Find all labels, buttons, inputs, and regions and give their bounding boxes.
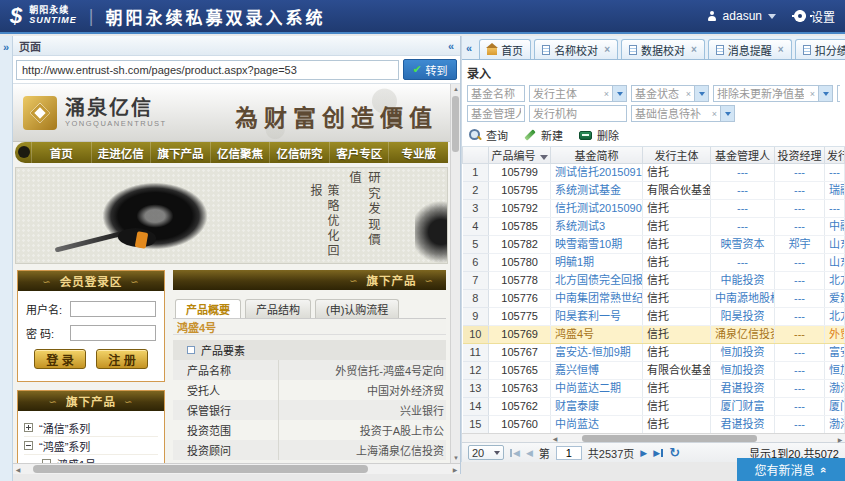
fund-manager-cell[interactable]: ---	[711, 254, 775, 272]
scrollbar-thumb[interactable]	[452, 96, 459, 152]
column-header[interactable]: 发行主体	[643, 147, 711, 164]
fund-name-cell[interactable]: 测试信托20150910	[551, 164, 643, 182]
table-row[interactable]: 14 105762 财富泰康 信托 厦门财富 --- 厦门	[463, 398, 845, 416]
fund-manager-cell[interactable]: ---	[711, 200, 775, 218]
fund-manager-cell[interactable]: 阳昊投资	[711, 308, 775, 326]
investment-manager-cell[interactable]: ---	[775, 308, 825, 326]
issuing-org-cell[interactable]: 厦门	[825, 398, 845, 416]
fund-manager-cell[interactable]: ---	[711, 164, 775, 182]
clear-field-icon[interactable]: ×	[601, 86, 612, 101]
collapse-left-panel-icon[interactable]: «	[448, 40, 454, 52]
fund-manager-cell[interactable]: 中南源地股权投资	[711, 290, 775, 308]
refresh-grid-icon[interactable]: ↻	[669, 446, 680, 459]
scrollbar-thumb[interactable]	[33, 465, 368, 473]
column-header[interactable]: 基金简称	[551, 147, 643, 164]
investment-manager-cell[interactable]: 郑宇	[775, 236, 825, 254]
investment-manager-cell[interactable]: ---	[775, 362, 825, 380]
issuing-org-cell[interactable]: ---	[825, 164, 845, 182]
next-page-button[interactable]: ▶	[640, 448, 647, 458]
fund-manager-cell[interactable]: 厦门财富	[711, 398, 775, 416]
filter-input[interactable]	[838, 86, 840, 101]
issuing-org-cell[interactable]: 山东	[825, 236, 845, 254]
fund-name-cell[interactable]: 富安达-恒加9期	[551, 344, 643, 362]
investment-manager-cell[interactable]: ---	[775, 326, 825, 344]
investment-manager-cell[interactable]: ---	[775, 218, 825, 236]
fund-name-cell[interactable]: 明毓1期	[551, 254, 643, 272]
workspace-tab[interactable]: 名称校对 ×	[534, 39, 618, 59]
go-button[interactable]: ✔ 转到	[403, 59, 457, 80]
filter-input[interactable]	[714, 86, 807, 101]
table-row[interactable]: 12 105765 嘉兴恒愽 有限合伙基金 恒加投资 --- 恒加	[463, 362, 845, 380]
investment-manager-cell[interactable]: ---	[775, 200, 825, 218]
scroll-right-icon[interactable]: ▶	[835, 434, 845, 444]
prev-page-button[interactable]: ◀	[526, 448, 533, 458]
table-row[interactable]: 1 105799 测试信托20150910 信托 --- --- ---	[463, 164, 845, 182]
fund-name-cell[interactable]: 系统测试3	[551, 218, 643, 236]
workspace-tab[interactable]: 数据校对 ×	[621, 39, 705, 59]
table-row[interactable]: 11 105767 富安达-恒加9期 信托 恒加投资 --- 富安	[463, 344, 845, 362]
scroll-left-icon[interactable]: ◀	[13, 464, 23, 474]
site-nav-item[interactable]: 首页	[31, 142, 91, 163]
product-tree-item[interactable]: “涌信”系列	[24, 419, 158, 437]
issuing-org-cell[interactable]: 北方	[825, 272, 845, 290]
fund-manager-cell[interactable]: 中能投资	[711, 272, 775, 290]
investment-manager-cell[interactable]: ---	[775, 254, 825, 272]
issuing-org-cell[interactable]: 渤海	[825, 380, 845, 398]
filter-input[interactable]	[632, 106, 709, 121]
clear-field-icon[interactable]: ×	[709, 106, 720, 121]
table-row[interactable]: 13 105763 中尚蓝达二期 信托 君谌投资 --- 渤海	[463, 380, 845, 398]
table-row[interactable]: 3 105792 信托测试20150909 信托 --- --- ---	[463, 200, 845, 218]
site-nav-item[interactable]: 亿信聚焦	[210, 142, 270, 163]
product-tree-item[interactable]: 鸿盛1号	[24, 455, 158, 463]
investment-manager-cell[interactable]: ---	[775, 380, 825, 398]
expand-west-icon[interactable]: »	[3, 41, 9, 53]
grid-horizontal-scrollbar[interactable]: ◀ ▶	[462, 433, 845, 442]
product-tab[interactable]: 产品结构	[245, 299, 311, 318]
clear-field-icon[interactable]: ×	[683, 86, 694, 101]
fund-manager-cell[interactable]: 恒加投资	[711, 362, 775, 380]
fund-manager-cell[interactable]: 映雪资本	[711, 236, 775, 254]
issuing-org-cell[interactable]: 外贸	[825, 326, 845, 344]
table-row[interactable]: 8 105776 中南集团常熟世纪确城 信托 中南源地股权投资 --- 爱建	[463, 290, 845, 308]
fund-name-cell[interactable]: 财富泰康	[551, 398, 643, 416]
site-nav-item[interactable]: 亿信研究	[269, 142, 329, 163]
site-vertical-scrollbar[interactable]: ▲ ▼	[450, 84, 460, 463]
issuing-org-cell[interactable]: 渤海	[825, 416, 845, 434]
issuing-org-cell[interactable]: 北方	[825, 308, 845, 326]
product-tab[interactable]: 产品概要	[175, 299, 241, 318]
issuing-org-cell[interactable]: 恒加	[825, 362, 845, 380]
create-button[interactable]: 新建	[524, 127, 563, 143]
filter-input[interactable]	[632, 86, 683, 101]
investment-manager-cell[interactable]: ---	[775, 398, 825, 416]
query-button[interactable]: 查询	[469, 127, 508, 143]
delete-button[interactable]: 删除	[579, 127, 619, 143]
left-horizontal-scrollbar[interactable]: ◀ ▶	[13, 463, 460, 474]
fund-name-cell[interactable]: 信托测试20150909	[551, 200, 643, 218]
investment-manager-cell[interactable]: ---	[775, 272, 825, 290]
site-nav-item[interactable]: 专业版	[388, 142, 448, 163]
user-menu[interactable]: adasun	[707, 9, 776, 23]
site-password-input[interactable]	[70, 325, 156, 341]
fund-name-cell[interactable]: 映雪霜雪10期	[551, 236, 643, 254]
investment-manager-cell[interactable]: ---	[775, 416, 825, 434]
collapse-workspace-icon[interactable]: «	[466, 42, 472, 54]
tab-close-icon[interactable]: ×	[691, 44, 697, 55]
fund-name-cell[interactable]: 中尚蓝达	[551, 416, 643, 434]
fund-name-cell[interactable]: 中尚蓝达二期	[551, 380, 643, 398]
table-row[interactable]: 5 105782 映雪霜雪10期 信托 映雪资本 郑宇 山东	[463, 236, 845, 254]
table-row[interactable]: 2 105795 系统测试基金 有限合伙基金 --- --- 瑞融	[463, 182, 845, 200]
clear-field-icon[interactable]: ×	[807, 86, 818, 101]
tree-toggle-icon[interactable]	[24, 441, 33, 450]
fund-manager-cell[interactable]: 涌泉亿信投资	[711, 326, 775, 344]
fund-name-cell[interactable]: 中南集团常熟世纪确城	[551, 290, 643, 308]
table-row[interactable]: 10 105769 鸿盛4号 信托 涌泉亿信投资 --- 外贸	[463, 326, 845, 344]
table-row[interactable]: 9 105775 阳昊套利一号 信托 阳昊投资 --- 北方	[463, 308, 845, 326]
column-header[interactable]: 基金管理人	[711, 147, 775, 164]
combo-dropdown-icon[interactable]	[612, 86, 626, 101]
scroll-up-icon[interactable]: ▲	[451, 84, 460, 94]
new-message-notification[interactable]: 您有新消息 «	[737, 458, 845, 481]
column-header[interactable]: 产品编号	[489, 147, 551, 164]
issuing-org-cell[interactable]: 富安	[825, 344, 845, 362]
site-nav-item[interactable]: 客户专区	[329, 142, 389, 163]
site-nav-item[interactable]: 旗下产品	[150, 142, 210, 163]
